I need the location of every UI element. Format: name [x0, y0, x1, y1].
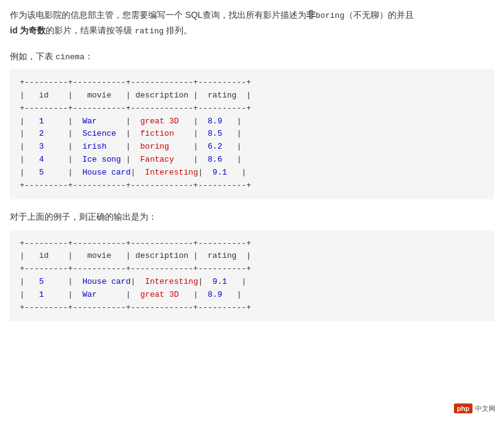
result-table-top-separator: +---------+-----------+-------------+---…	[20, 238, 484, 250]
table-row: | 5 | House card| Interesting| 9.1 |	[20, 167, 484, 180]
example-label-text: 例如，下表	[10, 51, 53, 61]
output-label-text: 对于上面的例子，则正确的输出是为：	[10, 212, 157, 221]
table-row: | 2 | Science | fiction | 8.5 |	[20, 128, 484, 141]
table-bot-separator: +---------+-----------+-------------+---…	[20, 180, 484, 192]
table-header: | id | movie | description | rating |	[20, 89, 484, 102]
table-row: | 4 | Ice song | Fantacy | 8.6 |	[20, 154, 484, 167]
table-row: | 5 | House card| Interesting| 9.1 |	[20, 276, 484, 289]
result-table-bot-separator: +---------+-----------+-------------+---…	[20, 302, 484, 315]
intro-line2-end: 的影片，结果请按等级	[46, 25, 132, 35]
example-section-label: 例如，下表 cinema：	[10, 49, 494, 64]
result-table-mid-separator: +---------+-----------+-------------+---…	[20, 263, 484, 276]
cinema-table-block: +---------+-----------+-------------+---…	[10, 69, 494, 199]
cinema-code-label: cinema	[56, 52, 85, 62]
watermark: php 中文网	[454, 403, 495, 413]
table-row: | 3 | irish | boring | 6.2 |	[20, 141, 484, 154]
php-badge: php	[454, 403, 472, 413]
result-table-block: +---------+-----------+-------------+---…	[10, 230, 494, 322]
table-row: | 1 | War | great 3D | 8.9 |	[20, 115, 484, 128]
table-top-separator: +---------+-----------+-------------+---…	[20, 77, 484, 89]
output-section-label: 对于上面的例子，则正确的输出是为：	[10, 209, 494, 225]
boring-code: boring	[316, 11, 345, 20]
example-colon: ：	[85, 51, 93, 61]
table-row: | 1 | War | great 3D | 8.9 |	[20, 289, 484, 302]
not-keyword: 非	[306, 9, 316, 20]
id-odd-bold: id 为奇数	[10, 25, 46, 35]
result-table-header: | id | movie | description | rating |	[20, 250, 484, 263]
intro-line2-final: 排列。	[166, 25, 192, 35]
intro-paragraph: 作为该电影院的信息部主管，您需要编写一个 SQL查询，找出所有影片描述为非bor…	[10, 6, 494, 39]
rating-code: rating	[135, 27, 164, 36]
table-mid-separator: +---------+-----------+-------------+---…	[20, 102, 484, 115]
site-text: 中文网	[475, 404, 495, 413]
intro-line1-start: 作为该电影院的信息部主管，您需要编写一个 SQL查询，找出所有影片描述为	[10, 10, 306, 20]
intro-line1-end: （不无聊）的并且	[345, 10, 414, 20]
